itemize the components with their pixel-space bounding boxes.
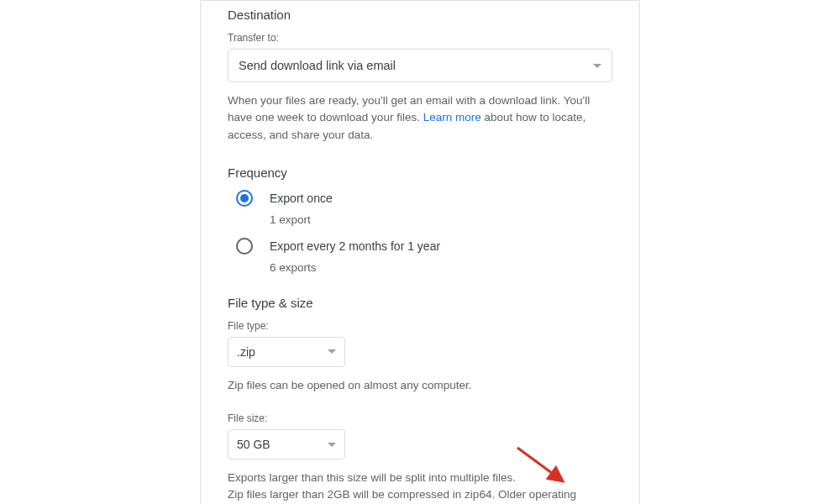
- frequency-option-once-label: Export once: [270, 192, 333, 205]
- transfer-to-select[interactable]: Send download link via email: [228, 49, 612, 82]
- file-size-label: File size:: [228, 412, 612, 424]
- frequency-option-once-block: Export once 1 export: [228, 190, 612, 226]
- frequency-option-bimonthly-block: Export every 2 months for 1 year 6 expor…: [228, 238, 612, 274]
- panel-content: Destination Transfer to: Send download l…: [201, 1, 639, 504]
- file-size-help-line2: Zip files larger than 2GB will be compre…: [228, 488, 576, 504]
- destination-help-text: When your files are ready, you'll get an…: [228, 92, 612, 144]
- file-type-value: .zip: [237, 345, 255, 359]
- transfer-to-label: Transfer to:: [228, 32, 612, 44]
- radio-unselected-icon: [236, 238, 253, 255]
- file-type-help: Zip files can be opened on almost any co…: [228, 377, 612, 394]
- file-size-help: Exports larger than this size will be sp…: [228, 470, 612, 504]
- chevron-down-icon: [328, 349, 336, 354]
- frequency-option-bimonthly-label: Export every 2 months for 1 year: [270, 239, 440, 253]
- file-size-value: 50 GB: [237, 438, 270, 451]
- frequency-option-bimonthly-sub: 6 exports: [270, 261, 612, 274]
- chevron-down-icon: [328, 443, 336, 447]
- radio-selected-icon: [236, 190, 253, 207]
- file-size-select[interactable]: 50 GB: [228, 429, 345, 459]
- frequency-option-once[interactable]: Export once: [228, 190, 612, 207]
- chevron-down-icon: [593, 64, 601, 68]
- file-type-label: File type:: [228, 320, 612, 332]
- destination-title: Destination: [228, 8, 612, 22]
- frequency-option-bimonthly[interactable]: Export every 2 months for 1 year: [228, 238, 612, 255]
- frequency-option-once-sub: 1 export: [270, 213, 612, 226]
- file-type-select[interactable]: .zip: [228, 337, 345, 367]
- file-size-help-line1: Exports larger than this size will be sp…: [228, 471, 516, 484]
- filetype-title: File type & size: [228, 296, 612, 310]
- transfer-to-value: Send download link via email: [239, 59, 396, 72]
- frequency-title: Frequency: [228, 165, 612, 180]
- learn-more-link[interactable]: Learn more: [423, 111, 481, 123]
- export-settings-panel: Destination Transfer to: Send download l…: [200, 0, 640, 504]
